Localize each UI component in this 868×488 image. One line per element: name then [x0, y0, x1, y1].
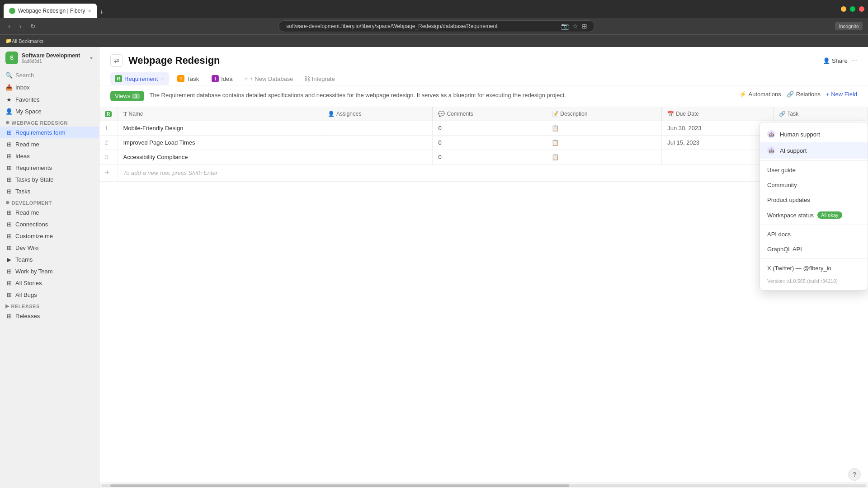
col-header-description[interactable]: 📝 Description — [546, 107, 662, 121]
new-field-btn[interactable]: + New Field — [826, 91, 857, 98]
sidebar-item-releases[interactable]: ⊞ Releases — [0, 310, 99, 322]
more-options-btn[interactable]: ··· — [851, 56, 857, 65]
col-header-due-date[interactable]: 📅 Due Date — [662, 107, 773, 121]
views-btn[interactable]: Views 3 — [110, 91, 144, 101]
automations-btn[interactable]: ⚡ Automations — [739, 91, 781, 98]
back-btn[interactable]: ‹ — [5, 22, 13, 31]
sidebar-item-connections[interactable]: ⊞ Connections — [0, 218, 99, 230]
dropdown-item-human-support[interactable]: 🤖 Human support — [760, 126, 868, 142]
row-assignees-2[interactable] — [322, 136, 433, 150]
forward-btn[interactable]: › — [17, 22, 24, 31]
dropdown-item-ai-support[interactable]: 🤖 AI support — [760, 142, 868, 159]
search-item[interactable]: 🔍 Search — [0, 69, 99, 81]
req-tab-more-btn[interactable]: ··· — [160, 75, 165, 82]
col-header-name[interactable]: 𝐓 Name — [118, 107, 322, 121]
row-name-3[interactable]: Accessibility Compliance — [118, 150, 322, 164]
new-database-btn[interactable]: + + New Database — [241, 73, 297, 85]
sidebar-group-releases[interactable]: ▶ Releases — [0, 300, 99, 310]
address-bar[interactable]: software-development.fibery.io/fibery/sp… — [278, 20, 595, 32]
dropdown-item-api-docs[interactable]: API docs — [760, 227, 868, 242]
workspace-header[interactable]: S Software Development 6ad8d3d1 ▼ — [0, 47, 99, 69]
maximize-btn[interactable] — [850, 6, 855, 12]
scroll-track[interactable] — [101, 484, 866, 487]
sidebar-item-devwiki[interactable]: ⊞ Dev Wiki — [0, 242, 99, 253]
table-container: R 𝐓 Name 👤 Assignees — [99, 107, 868, 483]
browser-chrome: Webpage Redesign | Fibery ✕ + — [0, 0, 868, 18]
dropdown-item-twitter[interactable]: X (Twitter) — @fibery_io — [760, 261, 868, 276]
add-row[interactable]: + To add a new row, press Shift+Enter — [99, 164, 868, 182]
sidebar-item-all-bugs[interactable]: ⊞ All Bugs — [0, 289, 99, 300]
col-header-task[interactable]: 🔗 Task — [773, 107, 868, 121]
sidebar-group-development[interactable]: ⊕ Development — [0, 197, 99, 206]
tab-title: Webpage Redesign | Fibery — [18, 8, 85, 14]
row-num-1: 1 — [99, 121, 118, 136]
grid-icon-readme-dev: ⊞ — [5, 209, 13, 216]
db-tab-idea[interactable]: I Idea — [207, 72, 237, 85]
sidebar-item-customize[interactable]: ⊞ Customize.me — [0, 230, 99, 242]
sidebar-item-favorites[interactable]: ★ Favorites — [0, 94, 99, 105]
table-row[interactable]: 1 Mobile-Friendly Design 0 📋 Jun 30, 202… — [99, 121, 868, 136]
row-name-2[interactable]: Improved Page Load Times — [118, 136, 322, 150]
help-btn[interactable]: ? — [848, 468, 861, 481]
sidebar-item-requirements[interactable]: ⊞ Requirements — [0, 162, 99, 174]
bookmark-icon[interactable]: ☆ — [572, 23, 578, 30]
dropdown-item-workspace-status[interactable]: Workspace status All okay — [760, 207, 868, 223]
sidebar-item-tasks[interactable]: ⊞ Tasks — [0, 185, 99, 197]
inbox-item[interactable]: 📥 Inbox — [0, 81, 99, 94]
incognito-btn[interactable]: Incognito — [835, 22, 863, 30]
help-dropdown-menu: 🤖 Human support 🤖 AI support User guide … — [760, 122, 868, 291]
row-name-1[interactable]: Mobile-Friendly Design — [118, 121, 322, 136]
relations-btn[interactable]: 🔗 Relations — [787, 91, 821, 98]
row-assignees-3[interactable] — [322, 150, 433, 164]
integrate-icon: ⛓ — [304, 75, 310, 82]
table-row[interactable]: 3 Accessibility Compliance 0 📋 ...it — [99, 150, 868, 164]
sidebar-item-work-by-team[interactable]: ⊞ Work by Team — [0, 265, 99, 277]
scroll-thumb[interactable] — [110, 484, 569, 487]
sidebar-item-all-stories[interactable]: ⊞ All Stories — [0, 277, 99, 289]
db-tab-task[interactable]: T Task — [173, 72, 203, 85]
dropdown-item-graphql-api[interactable]: GraphQL API — [760, 242, 868, 257]
sidebar-item-myspace[interactable]: 👤 My Space — [0, 105, 99, 117]
col-header-assignees[interactable]: 👤 Assignees — [322, 107, 433, 121]
sidebar-item-readme-webpage[interactable]: ⊞ Read me — [0, 138, 99, 150]
sidebar-item-teams[interactable]: ▶ Teams — [0, 253, 99, 265]
page-back-btn[interactable]: ⇄ — [110, 54, 123, 67]
table-row[interactable]: 2 Improved Page Load Times 0 📋 Jul 15, 2… — [99, 136, 868, 150]
dropdown-item-user-guide[interactable]: User guide — [760, 163, 868, 178]
address-bar-row: ‹ › ↻ software-development.fibery.io/fib… — [0, 18, 868, 34]
new-tab-btn[interactable]: + — [98, 6, 105, 18]
refresh-btn[interactable]: ↻ — [28, 22, 38, 31]
sidebar-item-requirements-form[interactable]: ⊞ Requirements form — [0, 127, 99, 138]
grid-icon-customize: ⊞ — [5, 232, 13, 239]
webpage-redesign-label: Webpage Redesign — [12, 120, 68, 126]
layout-icon[interactable]: ⊞ — [582, 23, 587, 30]
browser-tab-active[interactable]: Webpage Redesign | Fibery ✕ — [4, 4, 97, 18]
teams-label: Teams — [15, 256, 94, 263]
db-tab-requirement[interactable]: R Requirement ··· — [110, 72, 169, 85]
customize-label: Customize.me — [15, 233, 94, 239]
workspace-chevron-icon: ▼ — [89, 56, 94, 61]
add-row-hint: To add a new row, press Shift+Enter — [118, 164, 868, 182]
sidebar-item-readme-dev[interactable]: ⊞ Read me — [0, 206, 99, 218]
address-icons: 📷 ☆ ⊞ — [561, 23, 587, 30]
add-row-plus[interactable]: + — [99, 164, 118, 182]
grid-icon-ideas: ⊞ — [5, 152, 13, 160]
grid-icon-tasks-state: ⊞ — [5, 176, 13, 183]
share-btn[interactable]: 👤 Share — [823, 57, 848, 64]
sidebar-item-tasks-by-state[interactable]: ⊞ Tasks by State — [0, 174, 99, 185]
close-btn[interactable] — [859, 6, 864, 12]
minimize-btn[interactable] — [841, 6, 846, 12]
due-date-col-label: Due Date — [676, 111, 699, 117]
dropdown-item-community[interactable]: Community — [760, 178, 868, 192]
col-header-comments[interactable]: 💬 Comments — [433, 107, 546, 121]
bookmarks-label: All Bookmarks — [12, 38, 43, 44]
sidebar-item-ideas[interactable]: ⊞ Ideas — [0, 150, 99, 162]
row-due-date-3 — [662, 150, 773, 164]
search-icon: 🔍 — [5, 72, 13, 79]
integrate-btn[interactable]: ⛓ Integrate — [301, 73, 339, 85]
scroll-bar-area[interactable] — [99, 483, 868, 488]
sidebar-group-webpage[interactable]: ⊕ Webpage Redesign — [0, 117, 99, 127]
dropdown-item-product-updates[interactable]: Product updates — [760, 192, 868, 207]
tab-close-btn[interactable]: ✕ — [88, 9, 91, 14]
row-assignees-1[interactable] — [322, 121, 433, 136]
